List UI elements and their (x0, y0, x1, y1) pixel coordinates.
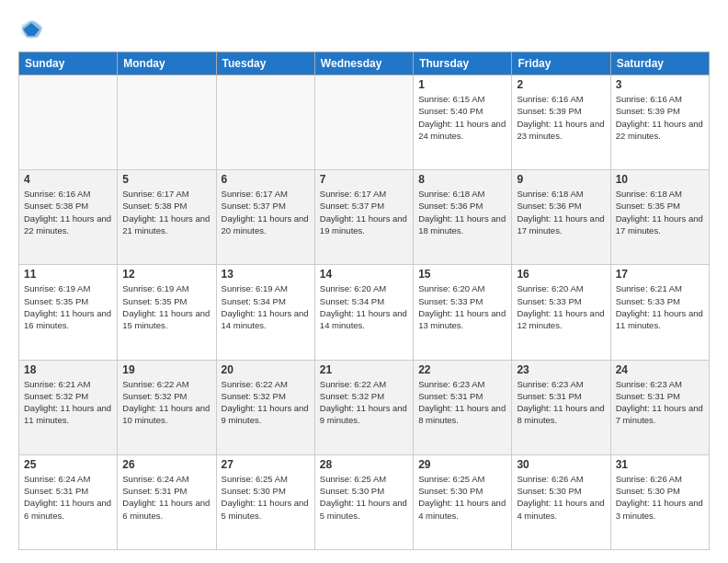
header (18, 17, 710, 42)
table-row: 27Sunrise: 6:25 AMSunset: 5:30 PMDayligh… (216, 454, 314, 549)
day-info: Sunrise: 6:19 AMSunset: 5:34 PMDaylight:… (222, 283, 309, 330)
day-info: Sunrise: 6:18 AMSunset: 5:36 PMDaylight:… (517, 189, 604, 236)
table-row: 18Sunrise: 6:21 AMSunset: 5:32 PMDayligh… (19, 360, 118, 454)
day-info: Sunrise: 6:17 AMSunset: 5:37 PMDaylight:… (320, 189, 407, 236)
day-number: 27 (222, 458, 310, 471)
day-number: 31 (616, 458, 704, 471)
table-row: 17Sunrise: 6:21 AMSunset: 5:33 PMDayligh… (610, 265, 709, 360)
day-number: 15 (418, 268, 506, 281)
day-info: Sunrise: 6:16 AMSunset: 5:39 PMDaylight:… (616, 94, 703, 141)
calendar-table: Sunday Monday Tuesday Wednesday Thursday… (18, 52, 710, 550)
day-info: Sunrise: 6:18 AMSunset: 5:35 PMDaylight:… (616, 189, 703, 236)
day-number: 29 (418, 458, 506, 471)
table-row: 29Sunrise: 6:25 AMSunset: 5:30 PMDayligh… (414, 454, 512, 549)
day-number: 18 (24, 363, 112, 376)
table-row: 13Sunrise: 6:19 AMSunset: 5:34 PMDayligh… (216, 265, 314, 360)
day-number: 1 (418, 78, 506, 91)
day-number: 22 (418, 363, 506, 376)
day-number: 7 (320, 173, 408, 186)
table-row: 8Sunrise: 6:18 AMSunset: 5:36 PMDaylight… (414, 170, 512, 265)
day-number: 14 (320, 268, 408, 281)
day-info: Sunrise: 6:21 AMSunset: 5:33 PMDaylight:… (616, 283, 703, 330)
table-row: 26Sunrise: 6:24 AMSunset: 5:31 PMDayligh… (118, 454, 216, 549)
day-info: Sunrise: 6:16 AMSunset: 5:38 PMDaylight:… (24, 189, 111, 236)
day-number: 6 (222, 173, 310, 186)
day-info: Sunrise: 6:23 AMSunset: 5:31 PMDaylight:… (616, 379, 703, 426)
table-row: 1Sunrise: 6:15 AMSunset: 5:40 PMDaylight… (414, 75, 512, 170)
table-row: 20Sunrise: 6:22 AMSunset: 5:32 PMDayligh… (216, 360, 314, 454)
day-info: Sunrise: 6:19 AMSunset: 5:35 PMDaylight:… (24, 283, 111, 330)
table-row (19, 75, 118, 170)
day-number: 3 (616, 78, 704, 91)
table-row: 28Sunrise: 6:25 AMSunset: 5:30 PMDayligh… (314, 454, 413, 549)
day-info: Sunrise: 6:26 AMSunset: 5:30 PMDaylight:… (616, 474, 703, 521)
day-number: 17 (616, 268, 704, 281)
col-sunday: Sunday (19, 52, 118, 75)
day-info: Sunrise: 6:20 AMSunset: 5:33 PMDaylight:… (418, 283, 506, 330)
col-monday: Monday (118, 52, 216, 75)
table-row: 9Sunrise: 6:18 AMSunset: 5:36 PMDaylight… (512, 170, 610, 265)
day-info: Sunrise: 6:24 AMSunset: 5:31 PMDaylight:… (24, 474, 111, 521)
day-info: Sunrise: 6:22 AMSunset: 5:32 PMDaylight:… (320, 379, 407, 426)
day-info: Sunrise: 6:23 AMSunset: 5:31 PMDaylight:… (418, 379, 506, 426)
day-number: 16 (517, 268, 605, 281)
table-row: 22Sunrise: 6:23 AMSunset: 5:31 PMDayligh… (414, 360, 512, 454)
day-number: 30 (517, 458, 605, 471)
table-row: 7Sunrise: 6:17 AMSunset: 5:37 PMDaylight… (314, 170, 413, 265)
day-number: 13 (222, 268, 310, 281)
day-info: Sunrise: 6:20 AMSunset: 5:33 PMDaylight:… (517, 283, 604, 330)
col-tuesday: Tuesday (216, 52, 314, 75)
table-row: 12Sunrise: 6:19 AMSunset: 5:35 PMDayligh… (118, 265, 216, 360)
day-number: 21 (320, 363, 408, 376)
col-friday: Friday (512, 52, 610, 75)
table-row: 4Sunrise: 6:16 AMSunset: 5:38 PMDaylight… (19, 170, 118, 265)
table-row: 14Sunrise: 6:20 AMSunset: 5:34 PMDayligh… (314, 265, 413, 360)
day-number: 24 (616, 363, 704, 376)
table-row: 24Sunrise: 6:23 AMSunset: 5:31 PMDayligh… (610, 360, 709, 454)
day-number: 9 (517, 173, 605, 186)
table-row (314, 75, 413, 170)
day-info: Sunrise: 6:22 AMSunset: 5:32 PMDaylight:… (122, 379, 210, 426)
day-number: 28 (320, 458, 408, 471)
day-number: 25 (24, 458, 112, 471)
table-row: 3Sunrise: 6:16 AMSunset: 5:39 PMDaylight… (610, 75, 709, 170)
logo-icon (18, 17, 44, 42)
table-row: 10Sunrise: 6:18 AMSunset: 5:35 PMDayligh… (610, 170, 709, 265)
table-row: 30Sunrise: 6:26 AMSunset: 5:30 PMDayligh… (512, 454, 610, 549)
col-wednesday: Wednesday (314, 52, 413, 75)
logo (18, 17, 48, 42)
table-row: 19Sunrise: 6:22 AMSunset: 5:32 PMDayligh… (118, 360, 216, 454)
day-number: 12 (122, 268, 210, 281)
day-info: Sunrise: 6:21 AMSunset: 5:32 PMDaylight:… (24, 379, 111, 426)
table-row: 15Sunrise: 6:20 AMSunset: 5:33 PMDayligh… (414, 265, 512, 360)
day-number: 8 (418, 173, 506, 186)
day-number: 26 (122, 458, 210, 471)
table-row: 6Sunrise: 6:17 AMSunset: 5:37 PMDaylight… (216, 170, 314, 265)
table-row: 2Sunrise: 6:16 AMSunset: 5:39 PMDaylight… (512, 75, 610, 170)
day-info: Sunrise: 6:25 AMSunset: 5:30 PMDaylight:… (222, 474, 309, 521)
day-info: Sunrise: 6:23 AMSunset: 5:31 PMDaylight:… (517, 379, 604, 426)
table-row: 5Sunrise: 6:17 AMSunset: 5:38 PMDaylight… (118, 170, 216, 265)
table-row (118, 75, 216, 170)
day-info: Sunrise: 6:25 AMSunset: 5:30 PMDaylight:… (418, 474, 506, 521)
day-number: 2 (517, 78, 605, 91)
col-saturday: Saturday (610, 52, 709, 75)
day-info: Sunrise: 6:24 AMSunset: 5:31 PMDaylight:… (122, 474, 210, 521)
table-row: 31Sunrise: 6:26 AMSunset: 5:30 PMDayligh… (610, 454, 709, 549)
table-row: 23Sunrise: 6:23 AMSunset: 5:31 PMDayligh… (512, 360, 610, 454)
day-number: 5 (122, 173, 210, 186)
calendar-header-row: Sunday Monday Tuesday Wednesday Thursday… (19, 52, 710, 75)
day-info: Sunrise: 6:17 AMSunset: 5:37 PMDaylight:… (222, 189, 309, 236)
day-number: 20 (222, 363, 310, 376)
table-row: 21Sunrise: 6:22 AMSunset: 5:32 PMDayligh… (314, 360, 413, 454)
table-row: 11Sunrise: 6:19 AMSunset: 5:35 PMDayligh… (19, 265, 118, 360)
day-info: Sunrise: 6:15 AMSunset: 5:40 PMDaylight:… (418, 94, 506, 141)
day-info: Sunrise: 6:22 AMSunset: 5:32 PMDaylight:… (222, 379, 309, 426)
day-info: Sunrise: 6:20 AMSunset: 5:34 PMDaylight:… (320, 283, 407, 330)
table-row: 16Sunrise: 6:20 AMSunset: 5:33 PMDayligh… (512, 265, 610, 360)
col-thursday: Thursday (414, 52, 512, 75)
day-number: 19 (122, 363, 210, 376)
day-info: Sunrise: 6:26 AMSunset: 5:30 PMDaylight:… (517, 474, 604, 521)
day-info: Sunrise: 6:17 AMSunset: 5:38 PMDaylight:… (122, 189, 210, 236)
table-row (216, 75, 314, 170)
